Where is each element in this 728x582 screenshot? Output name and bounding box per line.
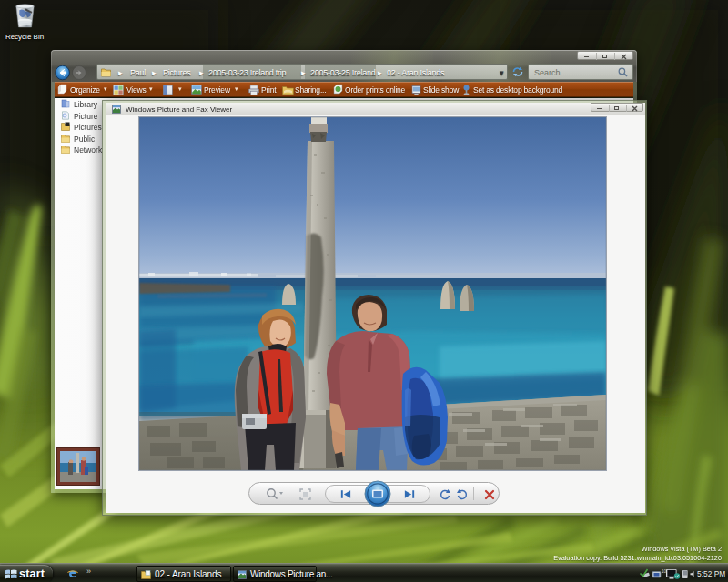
svg-text:5:52 PM: 5:52 PM: [697, 569, 725, 578]
svg-text:10: 10: [662, 569, 667, 574]
